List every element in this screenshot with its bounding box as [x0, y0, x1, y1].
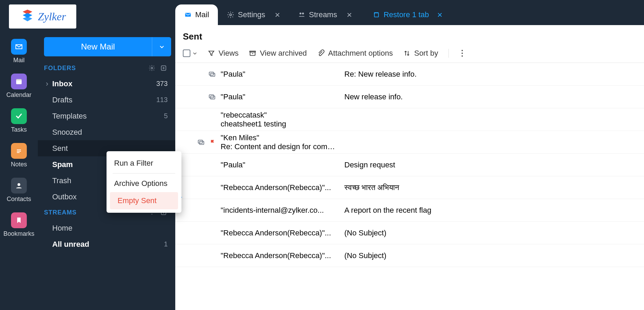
svg-point-5	[18, 183, 20, 186]
sidebar-stream-home[interactable]: Home	[38, 220, 175, 236]
more-options-button[interactable]	[461, 49, 463, 57]
mail-from: "incidents-internal@zylker.co...	[221, 206, 344, 215]
mail-row[interactable]: "Rebecca Anderson(Rebecca)"...(No Subjec…	[175, 244, 644, 267]
mail-row[interactable]: "Paula"New release info.	[175, 86, 644, 108]
svg-point-16	[462, 53, 463, 54]
divider	[448, 49, 449, 58]
nav-item-calendar[interactable]: Calendar	[3, 74, 34, 99]
notes-icon	[11, 143, 27, 159]
view-archived-button[interactable]: View archived	[249, 49, 307, 58]
mail-subject: New release info.	[344, 92, 636, 101]
svg-rect-13	[375, 13, 379, 17]
folder-count: 373	[156, 80, 168, 88]
folders-header: FOLDERS	[38, 60, 175, 76]
mail-subject: Re: New release info.	[344, 70, 636, 79]
close-icon[interactable]: ×	[275, 10, 280, 20]
mail-subject: A report on the recent flag	[344, 206, 636, 215]
mail-row[interactable]: "Rebecca Anderson(Rebecca)"...स्वच्छ भार…	[175, 176, 644, 199]
svg-rect-20	[209, 95, 214, 98]
mail-subject: Re: Content and design for comparison pa…	[221, 142, 337, 151]
views-button[interactable]: Views	[208, 49, 238, 58]
svg-rect-23	[199, 141, 204, 144]
nav-item-mail[interactable]: Mail	[3, 39, 34, 64]
divider	[113, 173, 175, 174]
mail-row[interactable]: "Rebecca Anderson(Rebecca)"...(No Subjec…	[175, 222, 644, 244]
mail-row[interactable]: "Paula"Re: New release info.	[175, 63, 644, 86]
gear-icon[interactable]	[148, 64, 156, 72]
stream-count: 1	[164, 240, 168, 248]
mail-row[interactable]: "Ken Miles"Re: Content and design for co…	[175, 131, 644, 154]
nav-label: Calendar	[6, 91, 31, 99]
tab-mail[interactable]: Mail	[175, 4, 218, 25]
thread-icon	[208, 93, 216, 101]
filter-icon	[208, 49, 215, 57]
brand-icon	[19, 8, 36, 25]
sidebar-folder-drafts[interactable]: Drafts113	[38, 92, 175, 108]
restore-tab-label: Restore 1 tab	[384, 10, 429, 19]
folder-name: Templates	[52, 112, 164, 121]
attachment-icon	[317, 49, 325, 57]
context-menu-empty-sent[interactable]: Empty Sent	[110, 192, 178, 209]
sort-label: Sort by	[414, 49, 438, 58]
mail-toolbar: Views View archived Attachment options S…	[175, 44, 644, 63]
mail-row[interactable]: "rebeccatask"cheatsheet1 testing	[175, 108, 644, 131]
views-label: Views	[219, 49, 238, 58]
folder-name: Inbox	[52, 79, 156, 88]
thread-icon	[208, 70, 216, 78]
select-all-checkbox[interactable]	[183, 49, 197, 57]
folder-count: 113	[156, 96, 168, 104]
mail-row[interactable]: "incidents-internal@zylker.co...A report…	[175, 199, 644, 222]
svg-point-12	[302, 13, 304, 15]
restore-tab-button[interactable]: Restore 1 tab ×	[369, 4, 446, 25]
nav-label: Bookmarks	[3, 230, 34, 237]
add-folder-icon[interactable]	[159, 64, 168, 72]
close-icon[interactable]: ×	[347, 10, 352, 20]
attachment-options-button[interactable]: Attachment options	[317, 49, 393, 58]
svg-point-6	[151, 67, 153, 69]
tab-streams[interactable]: Streams ×	[289, 4, 361, 25]
bookmarks-icon	[11, 212, 27, 228]
sidebar-folder-inbox[interactable]: ›Inbox373	[38, 76, 175, 92]
context-menu-run-filter[interactable]: Run a Filter	[107, 155, 181, 172]
nav-label: Mail	[13, 57, 24, 64]
sort-icon	[403, 49, 411, 57]
mail-from: "Paula"	[221, 160, 344, 169]
calendar-icon	[11, 74, 27, 89]
mail-from: "Ken Miles"Re: Content and design for co…	[221, 133, 344, 151]
checkbox-icon	[183, 49, 190, 57]
sidebar-folder-templates[interactable]: Templates5	[38, 108, 175, 124]
svg-point-11	[300, 13, 302, 15]
nav-item-tasks[interactable]: Tasks	[3, 108, 34, 133]
chevron-down-icon[interactable]	[152, 37, 171, 56]
folder-context-menu: Run a Filter Archive Options Empty Sent	[107, 151, 181, 213]
new-mail-label: New Mail	[44, 42, 152, 52]
mail-row[interactable]: "Paula"Design request	[175, 154, 644, 176]
context-menu-archive-options[interactable]: Archive Options	[107, 175, 181, 192]
brand-logo: Zylker	[9, 4, 76, 29]
svg-point-10	[230, 14, 232, 16]
sidebar-folder-snoozed[interactable]: Snoozed	[38, 124, 175, 140]
restore-icon	[373, 11, 380, 19]
mail-from: "Paula"	[221, 70, 344, 79]
mail-subject: (No Subject)	[344, 229, 636, 237]
nav-item-bookmarks[interactable]: Bookmarks	[3, 212, 34, 237]
streams-icon	[298, 11, 306, 19]
chevron-down-icon[interactable]	[192, 51, 197, 56]
close-icon[interactable]: ×	[437, 10, 442, 20]
mail-list: "Paula"Re: New release info."Paula"New r…	[175, 63, 644, 310]
nav-item-contacts[interactable]: Contacts	[3, 178, 34, 203]
svg-rect-4	[17, 152, 20, 153]
tab-settings[interactable]: Settings ×	[218, 4, 289, 25]
nav-item-notes[interactable]: Notes	[3, 143, 34, 168]
page-title: Sent	[183, 31, 636, 42]
contacts-icon	[11, 178, 27, 193]
svg-rect-2	[17, 150, 21, 150]
main-area: Mail Settings × Streams × Restore 1 tab …	[175, 0, 644, 310]
sidebar-stream-all-unread[interactable]: All unread1	[38, 236, 175, 252]
new-mail-button[interactable]: New Mail	[44, 37, 171, 56]
sort-by-button[interactable]: Sort by	[403, 49, 438, 58]
brand-name: Zylker	[38, 10, 66, 23]
folders-title: FOLDERS	[44, 65, 148, 72]
chevron-right-icon: ›	[44, 79, 50, 88]
svg-point-15	[462, 50, 463, 51]
